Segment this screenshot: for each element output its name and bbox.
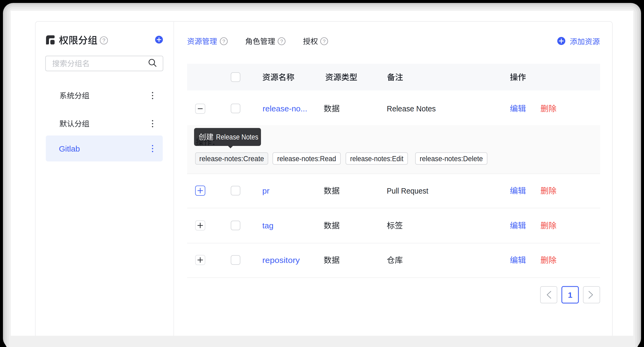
svg-text:tag: tag [262,221,274,230]
svg-text:Pull Request: Pull Request [387,186,429,195]
svg-text:?: ? [323,39,326,44]
svg-text:Gitlab: Gitlab [59,144,80,153]
svg-text:Release Notes: Release Notes [387,104,436,113]
svg-text:?: ? [280,39,283,44]
svg-text:pr: pr [262,186,270,195]
svg-text:release-notes:Edit: release-notes:Edit [350,154,403,163]
svg-text:release-no...: release-no... [263,104,307,113]
svg-text:release-notes:Create: release-notes:Create [199,154,264,163]
svg-text:repository: repository [262,256,300,265]
svg-text:?: ? [222,39,225,44]
svg-text:Release Notes: Release Notes [216,133,258,141]
svg-text:release-notes:Read: release-notes:Read [277,154,336,163]
svg-text:?: ? [102,37,105,43]
svg-text:1: 1 [568,291,573,299]
svg-text:release-notes:Delete: release-notes:Delete [420,154,483,163]
